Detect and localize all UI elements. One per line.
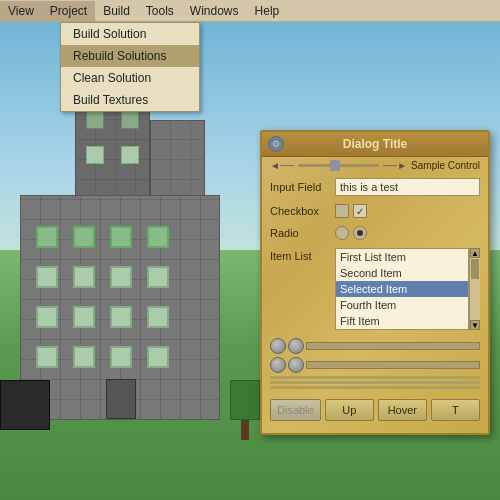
radio-group [335,226,367,240]
horizontal-lines [270,376,480,389]
menu-rebuild-solutions[interactable]: Rebuild Solutions [61,45,199,67]
mini-knob-3[interactable] [270,357,286,373]
item-list-row: Item List First List Item Second Item Se… [262,244,488,334]
menu-help[interactable]: Help [247,1,288,21]
list-item-2[interactable]: Selected Item [336,281,468,297]
sample-control-text-label: Sample Control [411,160,480,171]
menu-build-solution[interactable]: Build Solution [61,23,199,45]
scroll-up-button[interactable]: ▲ [470,248,480,258]
list-item-4[interactable]: Fift Item [336,313,468,329]
item-list-label: Item List [270,248,335,262]
radio-option-2[interactable] [353,226,367,240]
input-field[interactable] [335,178,480,196]
menu-project[interactable]: Project [42,1,95,21]
dialog-header: ⚙ Dialog Title [262,132,488,157]
tree-left [230,380,260,440]
dialog-title: Dialog Title [343,137,407,151]
checkbox-label: Checkbox [270,205,335,217]
minecraft-building [20,120,250,420]
dialog-icon: ⚙ [268,136,284,152]
checkbox-row: Checkbox ✓ [262,200,488,222]
t-button[interactable]: T [431,399,480,421]
menu-windows[interactable]: Windows [182,1,247,21]
list-with-scroll: First List Item Second Item Selected Ite… [335,248,480,330]
h-line-1 [270,376,480,379]
list-item-0[interactable]: First List Item [336,249,468,265]
mini-knob-2[interactable] [288,338,304,354]
menu-build[interactable]: Build [95,1,138,21]
bottom-controls [262,334,488,395]
slider-thumb[interactable] [330,160,340,171]
hover-button[interactable]: Hover [378,399,427,421]
menu-clean-solution[interactable]: Clean Solution [61,67,199,89]
mini-bar-1[interactable] [306,342,480,350]
list-item-3[interactable]: Fourth Item [336,297,468,313]
list-item-1[interactable]: Second Item [336,265,468,281]
slider-track[interactable] [298,164,379,167]
mini-slider-row-2 [270,357,480,373]
mini-knob-4[interactable] [288,357,304,373]
input-field-label: Input Field [270,181,335,193]
radio-label: Radio [270,227,335,239]
dialog-panel: ⚙ Dialog Title ◄── ──► Sample Control In… [260,130,490,435]
list-container: First List Item Second Item Selected Ite… [335,248,480,330]
list-box: First List Item Second Item Selected Ite… [335,248,469,330]
dialog-buttons: Disable Up Hover T [262,395,488,425]
up-button[interactable]: Up [325,399,374,421]
slider-left-label: ◄── [270,160,294,171]
h-line-3 [270,386,480,389]
list-scrollbar[interactable]: ▲ ▼ [469,248,480,330]
menubar: View Project Build Tools Windows Help [0,0,500,22]
input-field-row: Input Field [262,174,488,200]
slider-right-label: ──► [383,160,407,171]
checkbox-checked[interactable]: ✓ [353,204,367,218]
mini-bar-2[interactable] [306,361,480,369]
project-dropdown-menu: Build Solution Rebuild Solutions Clean S… [60,22,200,112]
radio-row: Radio [262,222,488,244]
menu-build-textures[interactable]: Build Textures [61,89,199,111]
checkbox-group: ✓ [335,204,367,218]
h-line-2 [270,381,480,384]
scroll-track [470,258,480,320]
scroll-thumb[interactable] [471,259,479,279]
disable-button[interactable]: Disable [270,399,321,421]
checkbox-unchecked[interactable] [335,204,349,218]
input-field-control [335,178,480,196]
scroll-down-button[interactable]: ▼ [470,320,480,330]
sample-control-row: ◄── ──► Sample Control [262,157,488,174]
menu-view[interactable]: View [0,1,42,21]
radio-option-1[interactable] [335,226,349,240]
mini-knob-1[interactable] [270,338,286,354]
mini-slider-row-1 [270,338,480,354]
menu-tools[interactable]: Tools [138,1,182,21]
